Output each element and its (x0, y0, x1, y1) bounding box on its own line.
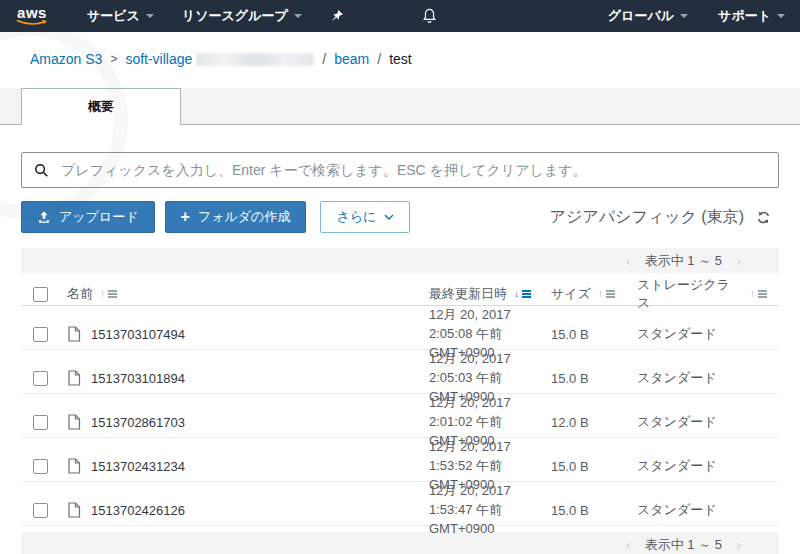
size-cell: 15.0 B (551, 459, 637, 474)
file-icon (67, 458, 81, 474)
select-all-checkbox[interactable] (33, 287, 48, 302)
notifications-button[interactable] (422, 8, 437, 24)
nav-services-label: サービス (87, 7, 140, 25)
pagination-bottom: ‹ 表示中 1 ～ 5 › (21, 532, 779, 554)
nav-services[interactable]: サービス (87, 7, 154, 25)
row-checkbox[interactable] (33, 415, 48, 430)
file-icon (67, 502, 81, 518)
plus-icon: + (181, 209, 190, 225)
nav-region-global[interactable]: グローバル (608, 7, 688, 25)
row-checkbox[interactable] (33, 459, 48, 474)
breadcrumb-separator: > (110, 52, 117, 66)
prefix-search-box[interactable] (21, 152, 779, 188)
row-checkbox[interactable] (33, 503, 48, 518)
chevron-down-icon (146, 14, 154, 18)
pin-shortcut-button[interactable] (330, 9, 344, 23)
pagination-label: 表示中 1 ～ 5 (645, 536, 722, 554)
create-folder-button[interactable]: + フォルダの作成 (165, 201, 307, 233)
refresh-icon (756, 210, 771, 225)
tab-strip: 概要 (0, 88, 800, 125)
chevron-down-icon (777, 14, 785, 18)
nav-resource-groups[interactable]: リソースグループ (182, 7, 302, 25)
prev-page-icon[interactable]: ‹ (626, 253, 631, 268)
prev-page-icon[interactable]: ‹ (626, 537, 631, 552)
pagination-label: 表示中 1 ～ 5 (645, 252, 722, 270)
file-icon (67, 326, 81, 342)
nav-resource-groups-label: リソースグループ (182, 7, 288, 25)
top-nav: aws サービス リソースグループ グローバ (0, 0, 800, 32)
column-header-name[interactable]: 名前 ↑ (67, 285, 429, 303)
object-name-link[interactable]: 1513702861703 (91, 415, 185, 430)
search-icon (34, 163, 49, 178)
breadcrumb-bucket[interactable]: soft-village (125, 51, 314, 67)
bucket-name-redacted (196, 53, 314, 66)
breadcrumb-zone: Amazon S3 > soft-village / beam / test (0, 32, 800, 88)
chevron-down-icon (384, 214, 394, 220)
region-label: アジアパシフィック (東京) (550, 207, 744, 228)
refresh-button[interactable] (756, 210, 771, 225)
table-row[interactable]: 1513702431234 12月 20, 2017 1:53:52 午前 GM… (21, 438, 779, 482)
column-header-size[interactable]: サイズ ↑ (551, 285, 637, 303)
storage-class-cell: スタンダード (637, 501, 767, 519)
row-checkbox[interactable] (33, 327, 48, 342)
nav-support-label: サポート (718, 7, 771, 25)
table-row[interactable]: 1513703101894 12月 20, 2017 2:05:03 午前 GM… (21, 350, 779, 394)
upload-button[interactable]: アップロード (21, 201, 155, 233)
pin-icon (330, 9, 344, 23)
breadcrumb-current-folder: test (389, 51, 412, 67)
size-cell: 15.0 B (551, 327, 637, 342)
path-separator: / (377, 51, 381, 67)
bucket-name-visible: soft-village (125, 51, 192, 67)
more-actions-label: さらに (336, 208, 376, 226)
column-storage-class-label: ストレージクラス (637, 276, 743, 312)
chevron-down-icon (294, 14, 302, 18)
upload-icon (37, 210, 51, 224)
size-cell: 12.0 B (551, 415, 637, 430)
breadcrumb-amazon-s3[interactable]: Amazon S3 (30, 51, 102, 67)
tab-overview[interactable]: 概要 (21, 88, 181, 125)
aws-logo[interactable]: aws (15, 6, 49, 26)
object-name-link[interactable]: 1513702426126 (91, 503, 185, 518)
storage-class-cell: スタンダード (637, 369, 767, 387)
table-row[interactable]: 1513703107494 12月 20, 2017 2:05:08 午前 GM… (21, 306, 779, 350)
row-checkbox[interactable] (33, 371, 48, 386)
last-modified-cell: 12月 20, 2017 1:53:47 午前 GMT+0900 (429, 482, 551, 539)
table-row[interactable]: 1513702426126 12月 20, 2017 1:53:47 午前 GM… (21, 482, 779, 526)
file-icon (67, 370, 81, 386)
search-row (21, 152, 779, 188)
sort-desc-icon: ↓ (514, 289, 531, 300)
object-name-link[interactable]: 1513703107494 (91, 327, 185, 342)
next-page-icon[interactable]: › (736, 537, 741, 552)
more-actions-button[interactable]: さらに (320, 201, 410, 233)
s3-console-page: aws サービス リソースグループ グローバ (0, 0, 800, 554)
upload-button-label: アップロード (59, 208, 139, 226)
object-name-link[interactable]: 1513702431234 (91, 459, 185, 474)
column-header-storage-class[interactable]: ストレージクラス ↑ (637, 276, 767, 312)
breadcrumb-folder-beam[interactable]: beam (334, 51, 369, 67)
table-header-row: 名前 ↑ 最終更新日時 ↓ サイズ ↑ ストレージクラス ↑ (21, 276, 779, 306)
sort-asc-icon: ↑ (598, 289, 615, 300)
nav-right-group: グローバル サポート (578, 7, 785, 25)
object-name-link[interactable]: 1513703101894 (91, 371, 185, 386)
path-separator: / (322, 51, 326, 67)
aws-logo-text: aws (17, 6, 47, 19)
create-folder-label: フォルダの作成 (198, 208, 291, 226)
file-icon (67, 414, 81, 430)
region-indicator: アジアパシフィック (東京) (550, 207, 779, 228)
tab-overview-label: 概要 (88, 98, 114, 116)
prefix-search-input[interactable] (59, 161, 766, 179)
toolbar: アップロード + フォルダの作成 さらに アジアパシフィック (東京) (21, 201, 779, 233)
column-header-last-modified[interactable]: 最終更新日時 ↓ (429, 285, 551, 303)
next-page-icon[interactable]: › (736, 253, 741, 268)
objects-table: ‹ 表示中 1 ～ 5 › 名前 ↑ 最終更新日時 ↓ サイズ ↑ ストレージク… (21, 248, 779, 554)
bell-icon (422, 8, 437, 24)
storage-class-cell: スタンダード (637, 457, 767, 475)
table-row[interactable]: 1513702861703 12月 20, 2017 2:01:02 午前 GM… (21, 394, 779, 438)
breadcrumb: Amazon S3 > soft-village / beam / test (30, 51, 412, 67)
nav-support[interactable]: サポート (718, 7, 785, 25)
aws-smile-icon (15, 19, 49, 26)
column-size-label: サイズ (551, 285, 591, 303)
size-cell: 15.0 B (551, 371, 637, 386)
column-last-modified-label: 最終更新日時 (429, 285, 507, 303)
chevron-down-icon (680, 14, 688, 18)
